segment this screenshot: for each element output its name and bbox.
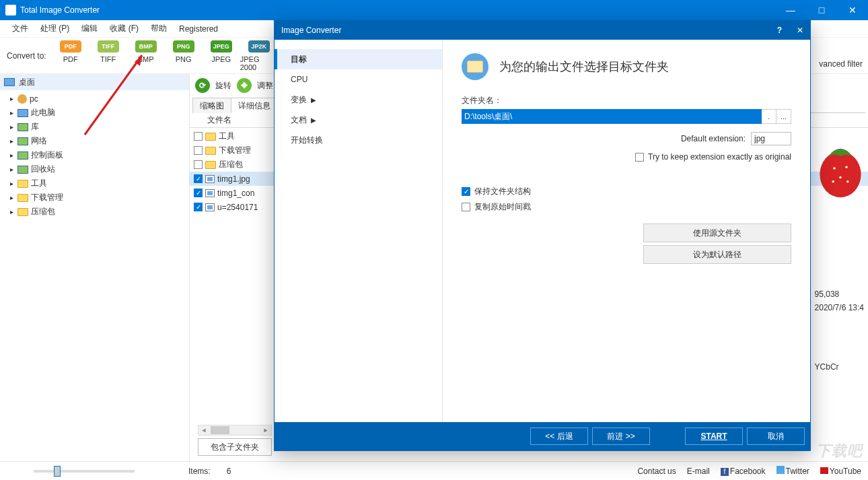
format-PNG[interactable]: PNGPNG bbox=[165, 40, 203, 71]
resize-icon[interactable]: ✥ bbox=[237, 78, 252, 93]
row-checkbox[interactable]: ✓ bbox=[194, 174, 203, 183]
back-button[interactable]: << 后退 bbox=[530, 427, 588, 445]
sidebar-header[interactable]: 桌面 bbox=[0, 74, 189, 90]
dialog-title: Image Converter bbox=[281, 26, 341, 35]
menu-Registered[interactable]: Registered bbox=[174, 22, 223, 36]
dialog-close-button[interactable]: ✕ bbox=[797, 26, 803, 35]
app-icon bbox=[5, 5, 16, 15]
row-checkbox[interactable] bbox=[194, 160, 203, 169]
email-link[interactable]: E-mail bbox=[687, 467, 710, 476]
row-checkbox[interactable] bbox=[194, 146, 203, 155]
svg-point-0 bbox=[820, 151, 861, 197]
ext-input[interactable] bbox=[751, 132, 791, 145]
youtube-link[interactable]: YouTube bbox=[820, 467, 861, 476]
rotate-label: 旋转 bbox=[215, 80, 231, 92]
menu-收藏 (F)[interactable]: 收藏 (F) bbox=[104, 21, 144, 36]
tree-此电脑[interactable]: ▸此电脑 bbox=[0, 106, 189, 120]
tree-工具[interactable]: ▸工具 bbox=[0, 176, 189, 191]
next-button[interactable]: 前进 >> bbox=[592, 427, 650, 445]
dialog-titlebar: Image Converter ? ✕ bbox=[275, 21, 810, 40]
tree-下载管理[interactable]: ▸下载管理 bbox=[0, 191, 189, 205]
menu-帮助[interactable]: 帮助 bbox=[145, 21, 172, 36]
zoom-slider[interactable] bbox=[34, 470, 135, 473]
tree-回收站[interactable]: ▸回收站 bbox=[0, 162, 189, 176]
step-变换[interactable]: 变换▶ bbox=[275, 90, 442, 110]
help-button[interactable]: ? bbox=[777, 26, 782, 35]
folder-path-input[interactable]: . ... bbox=[462, 109, 791, 124]
folder-name-label: 文件夹名： bbox=[462, 95, 791, 106]
set-default-path-button[interactable]: 设为默认路径 bbox=[643, 245, 791, 264]
sidebar-header-label: 桌面 bbox=[19, 77, 35, 88]
max-button[interactable]: □ bbox=[806, 0, 837, 20]
format-JPEG 2000[interactable]: JP2KJPEG 2000 bbox=[240, 40, 278, 71]
tree-网络[interactable]: ▸网络 bbox=[0, 134, 189, 148]
format-TIFF[interactable]: TIFFTIFF bbox=[89, 40, 127, 71]
start-button[interactable]: START bbox=[685, 427, 743, 445]
close-button[interactable]: ✕ bbox=[837, 0, 868, 20]
row-checkbox[interactable] bbox=[194, 132, 203, 141]
twitter-link[interactable]: Twitter bbox=[776, 466, 809, 476]
menu-处理 (P)[interactable]: 处理 (P) bbox=[35, 21, 75, 36]
horizontal-scrollbar[interactable] bbox=[198, 425, 272, 436]
svg-point-5 bbox=[832, 180, 834, 183]
desktop-icon bbox=[4, 78, 15, 86]
step-CPU[interactable]: CPU bbox=[275, 69, 442, 90]
path-browse-button[interactable]: ... bbox=[776, 109, 791, 124]
properties-clip: 95,038 2020/7/6 13:4 YCbCr bbox=[815, 61, 864, 373]
folder-sidebar: 桌面 ▸pc▸此电脑▸库▸网络▸控制面板▸回收站▸工具▸下载管理▸压缩包 bbox=[0, 74, 190, 461]
main-titlebar: Total Image Converter — □ ✕ bbox=[0, 0, 868, 20]
step-文档[interactable]: 文档▶ bbox=[275, 110, 442, 130]
status-bar: Items: 6 Contact us E-mail fFacebook Twi… bbox=[0, 461, 868, 480]
rotate-icon[interactable]: ⟳ bbox=[195, 78, 210, 93]
adjust-label: 调整 bbox=[257, 80, 273, 92]
folder-tree[interactable]: ▸pc▸此电脑▸库▸网络▸控制面板▸回收站▸工具▸下载管理▸压缩包 bbox=[0, 90, 189, 461]
min-button[interactable]: — bbox=[775, 0, 806, 20]
items-count: 6 bbox=[227, 467, 231, 476]
keep-structure-checkbox[interactable]: ✓ bbox=[462, 187, 470, 196]
step-目标[interactable]: 目标 bbox=[275, 49, 442, 69]
svg-point-4 bbox=[839, 176, 842, 179]
dialog-main: 为您的输出文件选择目标文件夹 文件夹名： . ... Default exten… bbox=[443, 40, 810, 422]
app-title: Total Image Converter bbox=[20, 5, 775, 15]
dialog-heading: 为您的输出文件选择目标文件夹 bbox=[499, 59, 669, 75]
svg-point-3 bbox=[845, 166, 848, 168]
cancel-button[interactable]: 取消 bbox=[747, 427, 805, 445]
preview-image bbox=[816, 138, 865, 199]
format-PDF[interactable]: PDFPDF bbox=[52, 40, 89, 71]
tree-库[interactable]: ▸库 bbox=[0, 120, 189, 134]
row-checkbox[interactable]: ✓ bbox=[194, 188, 203, 197]
converter-dialog: Image Converter ? ✕ 目标CPU变换▶文档▶开始转换 为您的输… bbox=[274, 20, 811, 451]
convert-to-label: Convert to: bbox=[7, 51, 46, 61]
facebook-link[interactable]: fFacebook bbox=[721, 467, 766, 476]
ext-label: Default extension: bbox=[681, 134, 746, 143]
advanced-filter-link[interactable]: vanced filter bbox=[819, 59, 863, 69]
format-JPEG[interactable]: JPEGJPEG bbox=[203, 40, 240, 71]
tree-控制面板[interactable]: ▸控制面板 bbox=[0, 148, 189, 162]
dialog-footer: << 后退 前进 >> START 取消 bbox=[275, 422, 810, 450]
row-checkbox[interactable]: ✓ bbox=[194, 203, 203, 211]
dialog-sidebar: 目标CPU变换▶文档▶开始转换 bbox=[275, 40, 443, 422]
tab-thumbnail[interactable]: 缩略图 bbox=[192, 98, 231, 113]
use-source-folder-button[interactable]: 使用源文件夹 bbox=[643, 224, 791, 242]
keep-ext-checkbox[interactable] bbox=[635, 153, 644, 162]
tab-detail[interactable]: 详细信息 bbox=[231, 98, 278, 113]
folder-icon bbox=[462, 53, 489, 80]
items-label: Items: bbox=[188, 467, 211, 476]
tree-压缩包[interactable]: ▸压缩包 bbox=[0, 205, 189, 219]
menu-编辑[interactable]: 编辑 bbox=[76, 21, 103, 36]
tree-pc[interactable]: ▸pc bbox=[0, 92, 189, 106]
contact-link[interactable]: Contact us bbox=[637, 467, 676, 476]
step-开始转换[interactable]: 开始转换 bbox=[275, 130, 442, 150]
menu-文件[interactable]: 文件 bbox=[7, 21, 34, 36]
include-subfolders-toggle[interactable]: 包含子文件夹 bbox=[198, 438, 272, 456]
format-BMP[interactable]: BMPBMP bbox=[127, 40, 165, 71]
svg-point-2 bbox=[833, 167, 836, 170]
copy-timestamp-checkbox[interactable] bbox=[462, 203, 470, 211]
svg-point-6 bbox=[846, 180, 849, 183]
path-dot-button[interactable]: . bbox=[762, 109, 776, 124]
